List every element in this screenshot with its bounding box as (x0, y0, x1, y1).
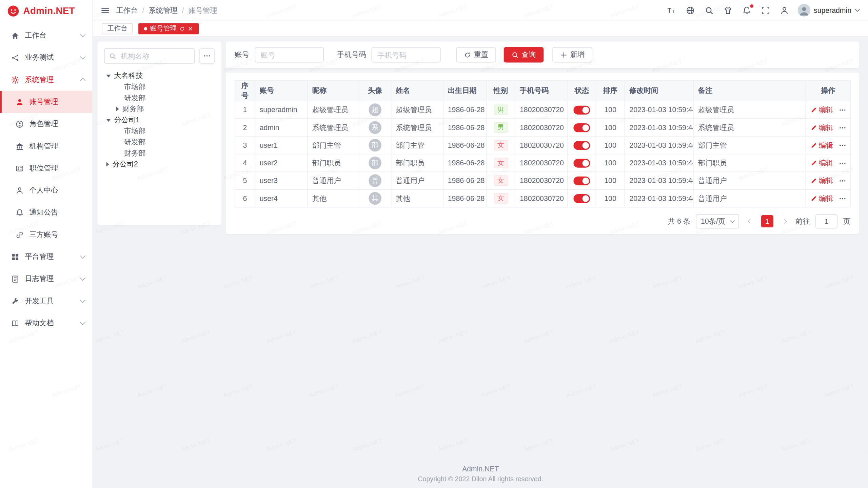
tabs-bar: 工作台账号管理 (93, 21, 868, 37)
breadcrumb-separator: / (182, 6, 184, 14)
sidebar-item-role-management[interactable]: 角色管理 (0, 113, 93, 135)
page-size-select[interactable]: 10条/页 (696, 214, 739, 228)
cell-gender: 女 (486, 189, 515, 207)
row-more-icon[interactable] (839, 159, 846, 167)
plus-icon (560, 51, 567, 58)
status-toggle[interactable] (573, 176, 590, 185)
edit-button[interactable]: 编辑 (810, 194, 833, 203)
user-icon[interactable] (780, 6, 789, 15)
search-icon[interactable] (705, 6, 713, 15)
tab-workbench[interactable]: 工作台 (102, 23, 133, 34)
cell-modified: 2023-01-03 10:59:44 (625, 101, 693, 119)
tree-caret-icon[interactable] (106, 162, 109, 166)
next-page-button[interactable] (779, 215, 790, 227)
row-more-icon[interactable] (839, 106, 846, 114)
tree-node[interactable]: 分公司1 (104, 115, 215, 126)
cell-order: 100 (596, 136, 625, 154)
status-toggle[interactable] (573, 194, 590, 203)
close-icon[interactable] (188, 26, 193, 31)
sidebar-item-personal-center[interactable]: 个人中心 (0, 179, 93, 201)
bell-icon[interactable] (742, 6, 751, 15)
chevron-down-icon (855, 7, 860, 12)
locale-icon[interactable] (686, 6, 695, 15)
sidebar-item-position-management[interactable]: 职位管理 (0, 157, 93, 179)
tree-node[interactable]: 财务部 (104, 103, 215, 115)
tree-node-label: 分公司2 (112, 159, 138, 169)
cell-name: 部门主管 (391, 136, 443, 154)
tree-node[interactable]: 研发部 (104, 93, 215, 104)
tree-node[interactable]: 市场部 (104, 126, 215, 137)
sidebar-item-help-docs[interactable]: 帮助文档 (0, 312, 93, 334)
add-button[interactable]: 新增 (552, 47, 592, 63)
tree-node-label: 分公司1 (114, 115, 139, 125)
org-search-input[interactable] (120, 51, 190, 61)
status-toggle[interactable] (573, 159, 590, 167)
sidebar-item-org-management[interactable]: 机构管理 (0, 135, 93, 157)
docs-icon (11, 319, 19, 327)
tree-node[interactable]: 研发部 (104, 137, 215, 148)
tree-node[interactable]: 大名科技 (104, 70, 215, 81)
status-toggle[interactable] (573, 141, 590, 150)
cell-remark: 部门职员 (693, 154, 806, 172)
tree-node[interactable]: 市场部 (104, 81, 215, 93)
breadcrumb: 工作台/系统管理/账号管理 (116, 5, 217, 15)
cell-order: 100 (596, 119, 625, 136)
font-size-icon[interactable]: TT (667, 6, 676, 15)
prev-page-button[interactable] (745, 215, 756, 227)
cell-no: 6 (235, 189, 255, 207)
tree-caret-icon[interactable] (116, 107, 119, 111)
edit-button[interactable]: 编辑 (810, 158, 833, 168)
user-menu[interactable]: superadmin (798, 4, 859, 17)
menu-collapse-icon[interactable] (101, 6, 110, 15)
edit-icon (810, 124, 817, 131)
cell-account: admin (255, 119, 308, 136)
refresh-icon[interactable] (179, 26, 185, 31)
sidebar-item-third-party-account[interactable]: 三方账号 (0, 224, 93, 246)
phone-input[interactable] (372, 47, 441, 63)
edit-button[interactable]: 编辑 (810, 140, 833, 150)
breadcrumb-item[interactable]: 工作台 (116, 5, 138, 15)
sidebar-item-business-test[interactable]: 业务测试 (0, 46, 93, 68)
goto-page-input[interactable] (815, 214, 837, 228)
org-more-button[interactable] (199, 48, 215, 64)
sidebar-item-notice-announcement[interactable]: 通知公告 (0, 201, 93, 223)
row-more-icon[interactable] (839, 141, 846, 149)
search-button[interactable]: 查询 (504, 47, 544, 63)
sidebar-item-workbench[interactable]: 工作台 (0, 24, 93, 46)
tree-node[interactable]: 分公司2 (104, 159, 215, 170)
reset-button[interactable]: 重置 (456, 47, 496, 63)
row-more-icon[interactable] (839, 177, 846, 185)
cell-birth: 1986-06-28 (443, 119, 486, 136)
log-icon (11, 275, 19, 283)
cell-status (568, 136, 596, 154)
sidebar-item-account-management[interactable]: 账号管理 (0, 91, 93, 113)
sidebar-item-dev-tools[interactable]: 开发工具 (0, 290, 93, 312)
tab-account-management[interactable]: 账号管理 (138, 23, 199, 34)
status-toggle[interactable] (573, 123, 590, 132)
page-button-1[interactable]: 1 (761, 215, 773, 227)
edit-icon (810, 177, 817, 184)
row-more-icon[interactable] (839, 195, 846, 202)
status-toggle[interactable] (573, 105, 590, 114)
fullscreen-icon[interactable] (761, 6, 770, 15)
edit-button[interactable]: 编辑 (810, 176, 833, 185)
cell-phone: 18020030720 (515, 101, 568, 119)
theme-icon[interactable] (724, 6, 732, 15)
sidebar-item-system-management[interactable]: 系统管理 (0, 68, 93, 90)
tree-node[interactable]: 财务部 (104, 148, 215, 159)
sidebar-item-platform-management[interactable]: 平台管理 (0, 246, 93, 268)
column-header: 姓名 (391, 81, 443, 101)
column-header: 出生日期 (443, 81, 486, 101)
sidebar-item-log-management[interactable]: 日志管理 (0, 268, 93, 290)
row-more-icon[interactable] (839, 124, 846, 131)
edit-button[interactable]: 编辑 (810, 123, 833, 133)
breadcrumb-item[interactable]: 系统管理 (149, 5, 178, 15)
tree-caret-icon[interactable] (106, 75, 111, 77)
account-input[interactable] (255, 47, 324, 63)
edit-button[interactable]: 编辑 (810, 105, 833, 115)
tree-caret-icon[interactable] (106, 119, 111, 121)
chevron-down-icon (80, 253, 85, 259)
sidebar-item-label: 工作台 (25, 30, 81, 40)
chevron-down-icon (80, 54, 85, 59)
cell-remark: 超级管理员 (693, 101, 806, 119)
